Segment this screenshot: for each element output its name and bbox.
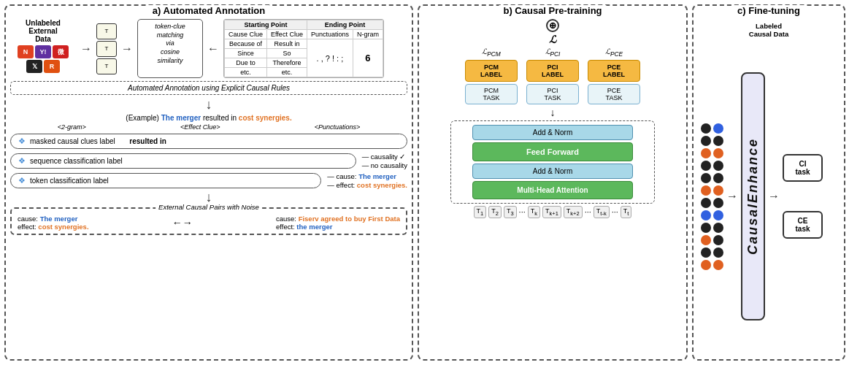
b-token-tk2: Tk+2 [564, 206, 583, 218]
pcm-col: ℒPCM PCMLABEL PCMTASK [465, 47, 518, 104]
add-norm-top: Add & Norm [472, 125, 633, 140]
b-token-tt: Tt [621, 206, 632, 218]
part-a-top: UnlabeledExternalData N Y! 微 𝕏 R → T T T… [10, 19, 407, 78]
section-c: c) Fine-tuning LabeledCausal Data [692, 4, 845, 361]
row1-col4: 6 [353, 39, 383, 77]
th-ending-point: Ending Point [307, 20, 383, 30]
row4-col2: etc. [267, 68, 307, 77]
tag-punctuations: <Punctuations> [315, 123, 361, 131]
th-punctuations: Punctuations [307, 30, 353, 39]
arrow-to-tokens: → [79, 19, 93, 78]
causality-true: — causality ✓ [362, 153, 407, 161]
th-starting-point: Starting Point [225, 20, 307, 30]
dots-row-4 [701, 161, 723, 171]
dot-r1c1 [701, 123, 711, 134]
cause-value: The merger [358, 172, 396, 180]
effect-right-val: the merger [296, 223, 332, 231]
loss-l-symbol: ℒ [549, 34, 556, 45]
pcm-label-box: PCMLABEL [465, 60, 518, 82]
b-token-dots3: ··· [612, 207, 618, 216]
dot-r2c2 [713, 136, 723, 146]
sequence-classification-row: ❖ sequence classification label — causal… [10, 152, 407, 170]
b-token-dots1: ··· [519, 207, 526, 216]
row1-col2: Result in [267, 39, 307, 49]
dot-r6c2 [713, 185, 723, 196]
dot-r8c1 [701, 210, 711, 220]
row1-col1: Because of [225, 39, 267, 49]
example-merger: The merger [161, 114, 201, 122]
c-arrow-right-2: → [768, 190, 780, 203]
causal-pairs-title: External Causal Pairs with Noise [155, 203, 262, 211]
cosine-box: token-cluematchingviacosinesimilarity [137, 19, 203, 78]
b-token-t3: T3 [504, 206, 517, 218]
token-classification-text: token classification label [30, 177, 109, 185]
dots-row-8 [701, 210, 723, 220]
dots-row-3 [701, 148, 723, 158]
external-data-box: UnlabeledExternalData N Y! 微 𝕏 R [10, 19, 76, 78]
causal-left-effect: effect: cost synergies. [18, 223, 89, 231]
transformer-block: Add & Norm Feed Forward Add & Norm Multi… [450, 120, 655, 204]
dot-r12c1 [701, 260, 711, 270]
b-token-dots2: ··· [585, 207, 591, 216]
c-dots-and-enhance: → CausalEnhance → CI task CE task [701, 41, 837, 352]
pci-task-box: PCITASK [526, 84, 579, 104]
yahoo-icon: Y! [35, 45, 51, 58]
row4-col1: etc. [225, 68, 267, 77]
token-2: T [96, 41, 117, 57]
arrow-to-cosine: → [120, 19, 134, 78]
b-token-tk: Tk [528, 206, 540, 218]
section-c-title: c) Fine-tuning [733, 5, 804, 16]
dots-row-12 [701, 260, 723, 270]
dot-r3c1 [701, 148, 711, 158]
annotation-rule-box: Automated Annotation using Explicit Caus… [10, 81, 407, 95]
no-causality: — no causality [362, 161, 407, 169]
arrow-to-table: ← [206, 19, 220, 78]
dot-r5c1 [701, 173, 711, 183]
sequence-classification-box: ❖ sequence classification label [10, 153, 356, 169]
cause-branch: — cause: The merger [327, 172, 407, 180]
section-b: b) Causal Pre-training ⊕ ℒ ℒPCM PCMLABEL… [418, 4, 688, 361]
dot-r5c2 [713, 173, 723, 183]
dots-grid [701, 123, 723, 270]
news-icon: N [18, 45, 34, 58]
tag-effect-clue: <Effect Clue> [180, 123, 220, 131]
row1-col3: . , ? ! : ; [307, 39, 353, 77]
ext-data-label: UnlabeledExternalData [26, 19, 61, 43]
dot-r12c2 [713, 260, 723, 270]
dots-row-1 [701, 123, 723, 134]
diamond-icon-2: ❖ [18, 156, 26, 166]
labeled-data-title: LabeledCausal Data [701, 22, 837, 38]
dot-r1c2 [713, 123, 723, 134]
dots-row-6 [701, 185, 723, 196]
part-a-labels: ❖ masked causal clues label resulted in … [10, 132, 407, 190]
th-effect-clue: Effect Clue [267, 30, 307, 39]
token-classification-row: ❖ token classification label — cause: Th… [10, 172, 407, 190]
dot-r7c1 [701, 198, 711, 208]
causality-branches: — causality ✓ — no causality [362, 153, 407, 169]
dot-r6c1 [701, 185, 711, 196]
pci-loss-label: ℒPCI [545, 47, 561, 58]
ci-task-btn: CI task [783, 154, 823, 182]
add-norm-bottom: Add & Norm [472, 164, 633, 179]
feed-forward-box: Feed Forward [472, 142, 633, 161]
token-1: T [96, 23, 117, 39]
row2-col1: Since [225, 49, 267, 58]
section-c-inner: LabeledCausal Data [698, 19, 840, 355]
diamond-icon-3: ❖ [18, 176, 26, 185]
plus-circle: ⊕ [546, 19, 559, 32]
dots-row-5 [701, 173, 723, 183]
dot-r9c2 [713, 223, 723, 233]
token-3: T [96, 58, 117, 74]
section-a-title: a) Automated Annotation [148, 5, 269, 16]
task-buttons-col: CI task CE task [783, 41, 823, 352]
cause-right-val: Fiserv agreed to buy First Data [299, 215, 400, 223]
example-line: (Example) The merger resulted in cost sy… [10, 114, 407, 122]
pcm-task-box: PCMTASK [465, 84, 518, 104]
dots-row-2 [701, 136, 723, 146]
section-b-title: b) Causal Pre-training [499, 5, 606, 16]
annotation-rule-text: Automated Annotation using Explicit Caus… [128, 84, 290, 92]
causal-right-cause: cause: Fiserv agreed to buy First Data [276, 215, 400, 223]
dot-r9c1 [701, 223, 711, 233]
pce-col: ℒPCE PCELABEL PCETASK [588, 47, 640, 104]
pce-label-box: PCELABEL [588, 60, 640, 82]
